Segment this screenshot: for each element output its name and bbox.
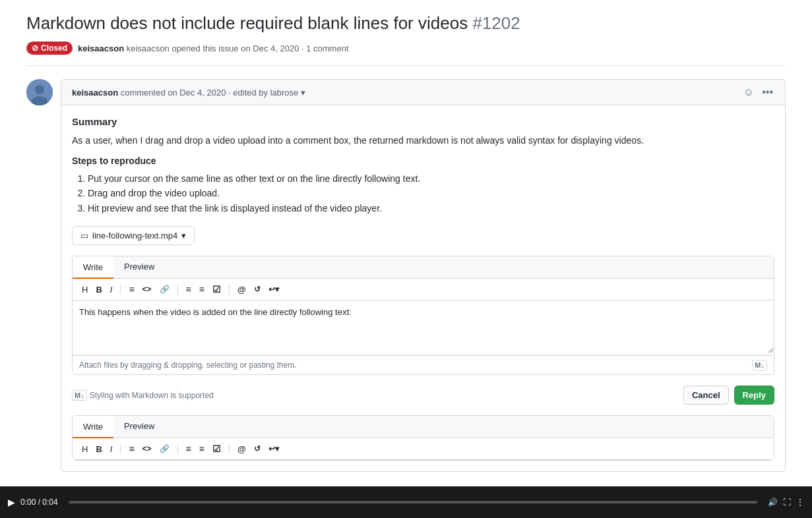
chevron-down-icon: ▾ <box>181 231 186 241</box>
toolbar-2-ordered-list[interactable]: ≡ <box>197 442 207 455</box>
step-1: Put your cursor on the same line as othe… <box>88 171 774 186</box>
closed-icon: ⊘ <box>32 43 38 53</box>
tab-preview-1[interactable]: Preview <box>113 256 165 278</box>
svg-point-1 <box>35 85 44 94</box>
attachment-name: line-following-text.mp4 <box>92 231 177 241</box>
toolbar-2-separator-1 <box>120 444 121 454</box>
step-3: Hit preview and see that the link is dis… <box>88 201 774 216</box>
issue-meta-text: keisaacson keisaacson opened this issue … <box>78 43 349 53</box>
issue-number: #1202 <box>472 13 520 33</box>
author-link[interactable]: keisaacson <box>78 43 124 53</box>
markdown-icon: M↓ <box>752 360 767 370</box>
toolbar-2-code[interactable]: <> <box>140 443 154 455</box>
summary-text: As a user, when I drag and drop a video … <box>72 134 774 148</box>
toolbar-italic[interactable]: I <box>108 283 115 296</box>
toolbar-2-heading[interactable]: H <box>79 443 90 455</box>
toolbar-2-undo[interactable]: ↩▾ <box>266 443 282 455</box>
toolbar-mention[interactable]: @ <box>235 283 249 296</box>
toolbar-separator-3 <box>229 284 230 295</box>
comment-header-left: keisaacson commented on Dec 4, 2020 · ed… <box>72 88 305 98</box>
reply-button[interactable]: Reply <box>734 386 774 405</box>
video-icon: ▭ <box>80 231 88 241</box>
editor-tabs-1: Write Preview <box>73 256 774 279</box>
toolbar-2-separator-3 <box>229 444 230 454</box>
toolbar-2-separator-2 <box>177 444 178 454</box>
toolbar-2-bold[interactable]: B <box>93 443 104 455</box>
emoji-button[interactable]: ☺ <box>742 85 755 100</box>
toolbar-separator-1 <box>120 284 121 295</box>
commenter-name: keisaacson <box>72 88 118 98</box>
comment-header-right: ☺ ••• <box>742 85 774 100</box>
editor-toolbar-1: H B I ≡ <> 🔗 ≡ ≡ ☑ @ ↺ ↩▾ <box>73 279 774 301</box>
toolbar-code[interactable]: <> <box>140 283 154 295</box>
video-player-bar: ▶ 0:00 / 0:04 🔊 ⛶ ⋮ <box>0 486 812 496</box>
reply-actions-right: Cancel Reply <box>683 386 774 405</box>
title-text: Markdown does not include required blank… <box>26 13 468 33</box>
toolbar-undo[interactable]: ↩▾ <box>266 283 282 295</box>
page-title: Markdown does not include required blank… <box>26 13 786 34</box>
attach-hint: Attach files by dragging & dropping, sel… <box>79 360 297 370</box>
editor-footer-1: Attach files by dragging & dropping, sel… <box>73 355 774 374</box>
cancel-button[interactable]: Cancel <box>683 386 729 405</box>
reply-editor-2: Write Preview H B I ≡ <> 🔗 ≡ ≡ ☑ @ <box>72 415 774 461</box>
toolbar-link[interactable]: 🔗 <box>157 283 172 295</box>
editor-tabs-2: Write Preview <box>73 416 774 438</box>
toolbar-separator-2 <box>177 284 178 295</box>
reply-textarea-1[interactable]: This happens when the video is added on … <box>73 301 774 353</box>
step-2: Drag and drop the video upload. <box>88 186 774 200</box>
toolbar-heading[interactable]: H <box>79 283 90 296</box>
more-options-button[interactable]: ••• <box>761 85 774 100</box>
toolbar-2-mention[interactable]: @ <box>235 443 249 455</box>
toolbar-2-link[interactable]: 🔗 <box>157 443 172 455</box>
status-text: Closed <box>41 43 67 53</box>
avatar <box>26 79 53 105</box>
toolbar-quote[interactable]: ≡ <box>126 283 137 296</box>
reply-actions: M↓ Styling with Markdown is supported Ca… <box>72 380 774 410</box>
summary-heading: Summary <box>72 116 774 127</box>
toolbar-2-unordered-list[interactable]: ≡ <box>183 442 194 455</box>
tab-preview-2[interactable]: Preview <box>113 416 165 438</box>
steps-list: Put your cursor on the same line as othe… <box>72 171 774 216</box>
closed-badge: ⊘ Closed <box>26 42 73 55</box>
markdown-label-icon: M↓ <box>72 390 87 401</box>
steps-heading: Steps to reproduce <box>72 156 774 166</box>
toolbar-ordered-list[interactable]: ≡ <box>197 283 207 296</box>
comment-thread: keisaacson commented on Dec 4, 2020 · ed… <box>26 79 786 472</box>
toolbar-unordered-list[interactable]: ≡ <box>183 283 194 296</box>
video-attachment[interactable]: ▭ line-following-text.mp4 ▾ <box>72 226 195 245</box>
edited-by-link[interactable]: edited by labrose <box>233 88 298 98</box>
tab-write-1[interactable]: Write <box>73 256 113 279</box>
toolbar-2-italic[interactable]: I <box>108 443 115 455</box>
toolbar-2-quote[interactable]: ≡ <box>126 442 137 455</box>
issue-meta: ⊘ Closed keisaacson keisaacson opened th… <box>26 42 786 66</box>
toolbar-task-list[interactable]: ☑ <box>210 283 224 296</box>
comment-header: keisaacson commented on Dec 4, 2020 · ed… <box>61 80 785 105</box>
tab-write-2[interactable]: Write <box>73 416 113 438</box>
reply-actions-left: M↓ Styling with Markdown is supported <box>72 390 214 401</box>
toolbar-2-task-list[interactable]: ☑ <box>210 442 224 455</box>
toolbar-reference[interactable]: ↺ <box>251 283 263 295</box>
toolbar-2-reference[interactable]: ↺ <box>251 443 263 455</box>
toolbar-bold[interactable]: B <box>93 283 104 296</box>
markdown-hint-text: Styling with Markdown is supported <box>90 391 214 400</box>
editor-toolbar-2: H B I ≡ <> 🔗 ≡ ≡ ☑ @ ↺ ↩▾ <box>73 438 774 460</box>
reply-editor-1: Write Preview H B I ≡ <> 🔗 ≡ ≡ ☑ @ <box>72 256 774 375</box>
meta-description: keisaacson opened this issue on Dec 4, 2… <box>127 43 349 53</box>
comment-timestamp: commented on Dec 4, 2020 <box>121 88 226 98</box>
comment-body: Summary As a user, when I drag and drop … <box>61 105 785 471</box>
comment-box: keisaacson commented on Dec 4, 2020 · ed… <box>61 79 786 472</box>
